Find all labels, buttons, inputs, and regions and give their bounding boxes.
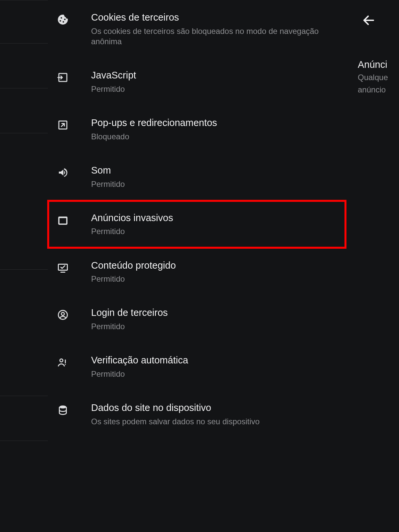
separator <box>0 43 48 44</box>
left-gutter <box>0 0 48 532</box>
setting-sub: Permitido <box>91 274 346 284</box>
setting-third-party-login[interactable]: Login de terceiros Permitido <box>48 295 346 343</box>
svg-point-8 <box>60 406 66 409</box>
separator <box>0 88 48 88</box>
setting-sub: Permitido <box>91 369 346 379</box>
cookie-icon <box>56 13 70 27</box>
separator <box>0 269 48 270</box>
settings-list: Cookies de terceiros Os cookies de terce… <box>48 0 346 532</box>
right-peek-panel: Anúnci Qualque anúncio <box>346 0 399 532</box>
setting-protected-content[interactable]: Conteúdo protegido Permitido <box>48 248 346 296</box>
setting-sub: Permitido <box>91 84 346 94</box>
setting-title: Som <box>91 164 346 177</box>
setting-auto-verify[interactable]: Verificação automática Permitido <box>48 343 346 390</box>
database-icon <box>56 403 70 417</box>
setting-sub: Permitido <box>91 321 346 332</box>
back-arrow-icon[interactable] <box>362 13 376 27</box>
peek-sub-1: Qualque <box>358 72 399 82</box>
setting-cookies[interactable]: Cookies de terceiros Os cookies de terce… <box>48 0 346 58</box>
separator <box>0 133 48 133</box>
svg-point-7 <box>65 364 66 365</box>
setting-title: Verificação automática <box>91 354 346 367</box>
setting-site-data[interactable]: Dados do site no dispositivo Os sites po… <box>48 390 346 438</box>
svg-point-6 <box>60 359 63 362</box>
setting-invasive-ads[interactable]: Anúncios invasivos Permitido <box>48 200 346 248</box>
setting-title: Conteúdo protegido <box>91 259 346 272</box>
separator <box>0 441 48 441</box>
separator <box>0 0 48 0</box>
login-arrow-box-icon <box>56 70 70 84</box>
setting-title: Pop-ups e redirecionamentos <box>91 117 346 129</box>
setting-title: Anúncios invasivos <box>91 212 346 224</box>
setting-javascript[interactable]: JavaScript Permitido <box>48 58 346 105</box>
setting-sound[interactable]: Som Permitido <box>48 153 346 200</box>
svg-point-5 <box>62 313 65 316</box>
setting-sub: Permitido <box>91 226 346 236</box>
setting-sub: Bloqueado <box>91 131 346 142</box>
setting-title: JavaScript <box>91 69 346 82</box>
protected-monitor-icon <box>56 261 70 275</box>
svg-rect-2 <box>59 217 67 224</box>
setting-sub: Os sites podem salvar dados no seu dispo… <box>91 416 346 427</box>
setting-title: Dados do site no dispositivo <box>91 402 346 414</box>
setting-title: Login de terceiros <box>91 307 346 319</box>
separator <box>0 396 48 396</box>
ads-box-icon <box>56 213 70 227</box>
peek-sub-2: anúncio <box>358 84 399 95</box>
account-circle-icon <box>56 308 70 322</box>
setting-popups[interactable]: Pop-ups e redirecionamentos Bloqueado <box>48 105 346 153</box>
peek-title: Anúnci <box>358 59 399 70</box>
volume-icon <box>56 166 70 180</box>
setting-sub: Permitido <box>91 179 346 189</box>
setting-sub: Os cookies de terceiros são bloqueados n… <box>91 26 346 47</box>
verify-person-icon <box>56 355 70 369</box>
open-in-new-icon <box>56 118 70 132</box>
setting-title: Cookies de terceiros <box>91 11 346 24</box>
